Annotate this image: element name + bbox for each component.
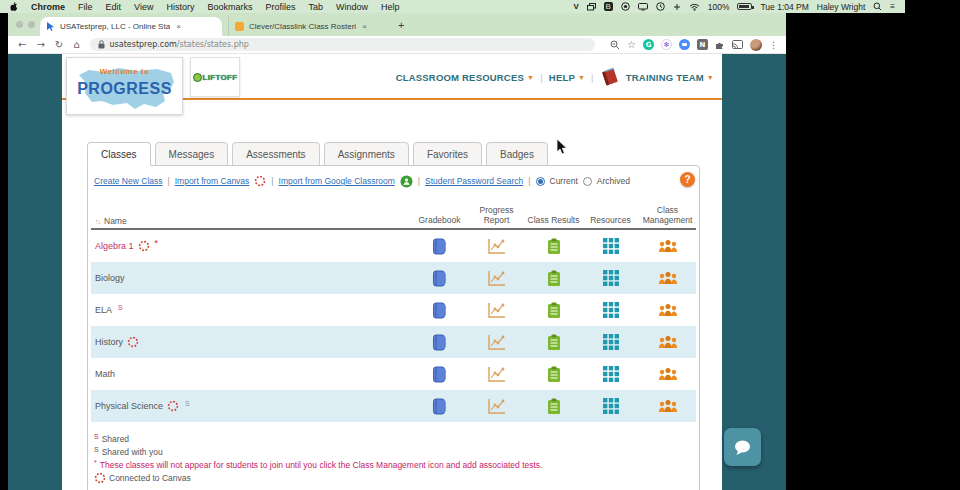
class-results-icon-cell[interactable] [525, 238, 582, 255]
progress-report-icon-cell[interactable] [468, 238, 525, 255]
resources-icon-cell[interactable] [582, 270, 639, 286]
class-results-icon-cell[interactable] [525, 270, 582, 287]
menu-item-bookmarks[interactable]: Bookmarks [207, 2, 252, 12]
gradebook-icon-cell[interactable] [411, 366, 468, 383]
menu-item-profiles[interactable]: Profiles [265, 2, 295, 12]
grammarly-extension-icon[interactable]: G [643, 39, 654, 50]
nav-help[interactable]: HELP▼ [549, 72, 585, 83]
radio-archived[interactable] [583, 177, 592, 186]
class-name-link[interactable]: History [95, 337, 123, 347]
resources-icon-cell[interactable] [582, 398, 639, 414]
zoom-page-icon[interactable] [610, 40, 620, 50]
menu-item-edit[interactable]: Edit [106, 2, 122, 12]
class-results-icon-cell[interactable] [525, 398, 582, 415]
n-extension-icon[interactable]: N [697, 39, 708, 50]
address-bar[interactable]: usatestprep.com/states/states.php [90, 38, 595, 51]
menu-item-history[interactable]: History [166, 2, 194, 12]
class-results-icon-cell[interactable] [525, 334, 582, 351]
gradebook-icon-cell[interactable] [411, 302, 468, 319]
radio-current[interactable] [536, 177, 545, 186]
nav-classroom-resources[interactable]: CLASSROOM RESOURCES▼ [396, 72, 535, 83]
windows-icon[interactable] [587, 2, 596, 12]
reload-button[interactable]: ↻ [55, 39, 63, 50]
resources-icon-cell[interactable] [582, 366, 639, 382]
tab-favorites[interactable]: Favorites [413, 142, 482, 166]
gradebook-icon-cell[interactable] [411, 398, 468, 415]
apple-icon[interactable] [10, 2, 18, 12]
minimize-window-button[interactable] [28, 21, 35, 28]
resources-icon-cell[interactable] [582, 302, 639, 318]
class-name-link[interactable]: Biology [95, 273, 125, 283]
help-icon[interactable]: ? [680, 172, 695, 187]
tab-assessments[interactable]: Assessments [232, 142, 319, 166]
menu-user[interactable]: Haley Wright [817, 2, 866, 12]
class-management-icon-cell[interactable] [639, 367, 696, 381]
close-tab-icon[interactable]: × [362, 22, 367, 31]
class-name-link[interactable]: Math [95, 369, 115, 379]
wifi-icon[interactable] [689, 2, 700, 12]
close-window-button[interactable] [16, 21, 23, 28]
class-management-icon-cell[interactable] [639, 271, 696, 285]
resources-icon-cell[interactable] [582, 334, 639, 350]
gradebook-icon-cell[interactable] [411, 270, 468, 287]
control-center-icon[interactable]: ≡ [890, 2, 895, 12]
link-create-new-class[interactable]: Create New Class [94, 176, 163, 186]
back-button[interactable]: ← [18, 39, 26, 50]
box-icon[interactable]: B [604, 2, 613, 11]
menu-clock[interactable]: Tue 1:04 PM [760, 2, 808, 12]
tab-assignments[interactable]: Assignments [324, 142, 409, 166]
class-management-icon-cell[interactable] [639, 399, 696, 413]
padlock-icon[interactable] [98, 40, 105, 49]
menu-item-file[interactable]: File [78, 2, 93, 12]
input-icon[interactable] [673, 2, 681, 12]
browser-tab-clever[interactable]: Clever/Classlink Class Rosteri × [228, 17, 388, 36]
class-name-link[interactable]: Algebra 1 [95, 241, 134, 251]
new-tab-button[interactable]: + [398, 19, 404, 31]
gradebook-icon-cell[interactable] [411, 334, 468, 351]
liftoff-logo[interactable]: LIFTOFF [190, 57, 240, 97]
spotlight-icon[interactable] [873, 2, 882, 12]
menu-item-window[interactable]: Window [336, 2, 368, 12]
home-button[interactable]: ⌂ [73, 39, 79, 50]
bookmark-star-icon[interactable]: ☆ [627, 39, 636, 50]
forward-button[interactable]: → [36, 39, 44, 50]
browser-menu-icon[interactable]: ⋮ [769, 40, 778, 50]
gradebook-icon-cell[interactable] [411, 238, 468, 255]
display-icon[interactable] [638, 2, 648, 12]
cast-icon[interactable] [732, 40, 743, 49]
class-name-link[interactable]: Physical Science [95, 401, 163, 411]
class-results-icon-cell[interactable] [525, 302, 582, 319]
class-results-icon-cell[interactable] [525, 366, 582, 383]
nav-training-team[interactable]: TRAINING TEAM▼ [626, 72, 714, 83]
onepassword-icon[interactable]: V [573, 2, 578, 12]
link-import-from-google-classroom[interactable]: Import from Google Classroom [279, 176, 395, 186]
menu-item-help[interactable]: Help [381, 2, 400, 12]
progress-report-icon-cell[interactable] [468, 334, 525, 351]
class-management-icon-cell[interactable] [639, 303, 696, 317]
progress-report-icon-cell[interactable] [468, 366, 525, 383]
class-name-link[interactable]: ELA [95, 305, 112, 315]
zoom-extension-icon[interactable] [679, 39, 690, 50]
menu-chrome[interactable]: Chrome [31, 2, 65, 12]
menu-item-view[interactable]: View [134, 2, 153, 12]
progress-report-icon-cell[interactable] [468, 398, 525, 415]
flower-extension-icon[interactable]: ✻ [661, 39, 672, 50]
resources-icon-cell[interactable] [582, 238, 639, 254]
tab-badges[interactable]: Badges [486, 142, 548, 166]
class-management-icon-cell[interactable] [639, 335, 696, 349]
link-import-from-canvas[interactable]: Import from Canvas [175, 176, 250, 186]
chat-widget-button[interactable] [724, 428, 761, 466]
timemachine-icon[interactable] [656, 2, 665, 12]
browser-tab-usatestprep[interactable]: USATestprep, LLC - Online Sta × [40, 17, 222, 36]
progress-report-icon-cell[interactable] [468, 302, 525, 319]
close-tab-icon[interactable]: × [176, 22, 181, 31]
profile-avatar[interactable] [750, 39, 762, 51]
record-icon[interactable] [621, 2, 630, 12]
extensions-puzzle-icon[interactable] [715, 40, 725, 50]
progress-logo[interactable]: Welcome to PROGRESS [66, 57, 183, 115]
column-header-name[interactable]: ↑↓Name [91, 216, 411, 226]
progress-report-icon-cell[interactable] [468, 270, 525, 287]
menu-item-tab[interactable]: Tab [308, 2, 323, 12]
link-student-password-search[interactable]: Student Password Search [425, 176, 523, 186]
tab-messages[interactable]: Messages [155, 142, 229, 166]
